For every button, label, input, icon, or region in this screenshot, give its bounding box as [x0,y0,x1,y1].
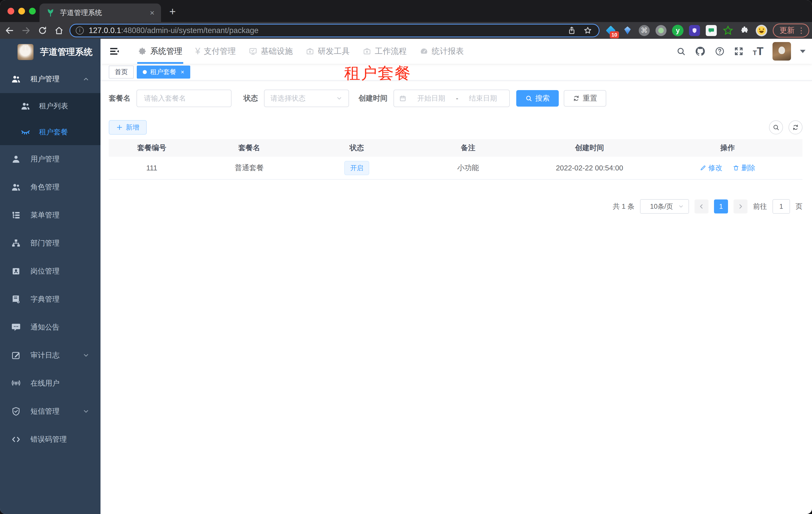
sidebar-item-dept-management[interactable]: 部门管理 [0,229,100,257]
sidebar-item-tenant-list[interactable]: 租户列表 [0,93,100,119]
extension-gray-dot-icon[interactable] [655,25,667,36]
extension-badge: 10 [610,31,619,38]
top-nav: 系统管理 ¥ 支付管理 基础设施 研发工具 工作流程 统计报表 [132,39,470,64]
tab-close-icon[interactable]: × [150,9,154,17]
share-icon[interactable] [567,26,576,35]
site-info-icon[interactable]: i [76,27,84,34]
filter-form: 套餐名 状态 请选择状态 创建时间 开始日期 - 结束日期 搜索 [109,89,606,107]
reset-label: 重置 [583,93,597,103]
toggle-search-icon[interactable] [769,120,783,134]
search-icon[interactable] [676,47,686,56]
col-header-created: 创建时间 [526,143,653,153]
add-button[interactable]: 新增 [109,120,147,135]
start-date-placeholder: 开始日期 [410,93,453,103]
sidebar-item-role-management[interactable]: 角色管理 [0,173,100,201]
fullscreen-icon[interactable] [734,46,744,56]
cell-package-name: 普通套餐 [195,163,304,173]
status-placeholder: 请选择状态 [270,93,336,103]
chevron-down-icon [83,408,89,415]
date-range-picker[interactable]: 开始日期 - 结束日期 [394,89,510,107]
top-nav-infra[interactable]: 基础设施 [242,39,299,64]
minimize-window-button[interactable] [18,8,25,15]
col-header-status: 状态 [304,143,410,153]
chevron-up-icon [83,76,89,83]
package-name-input[interactable] [137,89,232,107]
zoom-window-button[interactable] [29,8,36,15]
sidebar-item-tenant-package[interactable]: 租户套餐 [0,119,100,145]
sidebar-item-label: 用户管理 [30,154,59,164]
tag-home[interactable]: 首页 [109,65,134,79]
extension-y-icon[interactable]: y [672,25,684,36]
edit-pen-icon [700,165,706,171]
peoples-icon [21,101,30,111]
refresh-table-icon[interactable] [788,120,803,134]
extension-chat-icon[interactable] [705,25,717,36]
refresh-icon [573,95,580,102]
close-window-button[interactable] [7,8,14,15]
help-icon[interactable] [715,46,725,56]
back-icon[interactable] [2,24,17,37]
top-nav-pay[interactable]: ¥ 支付管理 [189,39,242,64]
goto-page-input[interactable] [773,199,790,214]
sidebar-item-user-management[interactable]: 用户管理 [0,145,100,173]
top-nav-system[interactable]: 系统管理 [132,39,189,64]
sidebar-item-label: 租户套餐 [39,127,68,137]
pagination: 共 1 条 10条/页 1 前往 页 [613,199,803,214]
github-icon[interactable] [695,46,706,57]
reset-button[interactable]: 重置 [564,90,606,107]
browser-tab[interactable]: 芋道管理系统 × [39,3,161,22]
extension-star-icon[interactable] [722,25,734,36]
prev-page-icon[interactable] [695,199,708,213]
forward-icon[interactable] [19,24,33,37]
bookmark-star-icon[interactable] [583,26,592,35]
sidebar-item-label: 角色管理 [30,182,59,192]
status-select[interactable]: 请选择状态 [264,89,349,107]
sidebar-item-dict-management[interactable]: 字典管理 [0,285,100,313]
browser-update-button[interactable]: 更新 ⋮ [773,24,809,37]
extensions-puzzle-icon[interactable] [739,25,751,36]
briefcase-icon [363,47,371,56]
url-bar[interactable]: i 127.0.0.1:48080/admin-ui/system/tenant… [69,24,600,37]
edit-link[interactable]: 修改 [700,163,722,173]
next-page-icon[interactable] [733,199,748,213]
reload-icon[interactable] [35,24,50,37]
user-avatar[interactable] [773,42,791,60]
top-nav-report[interactable]: 统计报表 [413,39,470,64]
font-size-icon[interactable]: TT [753,47,763,56]
collapse-sidebar-icon[interactable] [109,46,120,57]
sidebar-item-notice[interactable]: 通知公告 [0,313,100,341]
page-size-select[interactable]: 10条/页 [640,199,689,214]
search-button[interactable]: 搜索 [516,90,559,107]
extension-gem-icon[interactable] [622,25,633,36]
top-nav-devtools[interactable]: 研发工具 [299,39,356,64]
user-menu-caret-icon[interactable] [800,50,806,53]
extension-shield-icon[interactable] [689,25,700,36]
sidebar-item-menu-management[interactable]: 菜单管理 [0,201,100,229]
page-number-current[interactable]: 1 [714,199,728,213]
tag-close-icon[interactable]: × [181,69,184,76]
sidebar-item-audit-log[interactable]: 审计日志 [0,341,100,369]
browser-window: 芋道管理系统 × + i 127.0.0.1:48080/admin-ui/sy… [0,0,812,514]
yen-icon: ¥ [195,47,200,56]
sidebar-item-online-users[interactable]: 在线用户 [0,369,100,397]
pagination-total: 共 1 条 [613,202,635,211]
window-controls [7,8,36,15]
col-header-remark: 备注 [410,143,526,153]
top-nav-workflow[interactable]: 工作流程 [356,39,413,64]
sidebar-item-error-code[interactable]: 错误码管理 [0,426,100,454]
sidebar-item-sms-management[interactable]: 短信管理 [0,397,100,426]
briefcase-icon [306,47,314,56]
extension-command-icon[interactable]: ⌘ [638,25,650,36]
sidebar-item-post-management[interactable]: 岗位管理 [0,257,100,285]
new-tab-button[interactable]: + [166,6,179,17]
sidebar-item-tenant-management[interactable]: 租户管理 [0,65,100,93]
tag-tenant-package[interactable]: 租户套餐 × [137,65,190,79]
extension-diamond-icon[interactable]: 10 [605,25,616,36]
active-dot [143,70,147,74]
delete-link[interactable]: 删除 [733,163,755,173]
sidebar-logo-row[interactable]: 芋道管理系统 [0,39,100,65]
url-text[interactable]: 127.0.0.1:48080/admin-ui/system/tenant/p… [89,26,567,35]
home-icon[interactable] [52,24,66,37]
profile-avatar-icon[interactable] [756,25,767,36]
browser-menu-icon[interactable]: ⋮ [798,26,805,35]
